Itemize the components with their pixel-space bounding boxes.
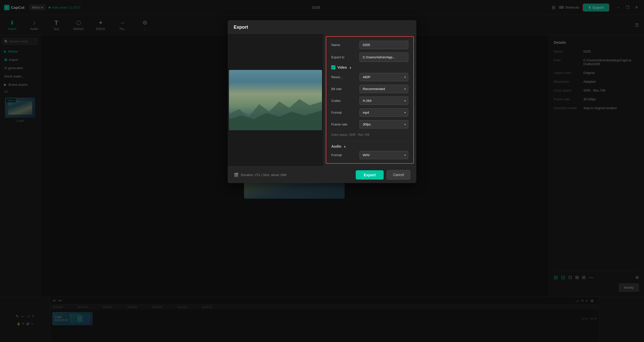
- framerate-select-wrapper: 24fps 25fps 30fps 50fps 60fps ▾: [359, 120, 408, 129]
- name-label: Name: [331, 43, 356, 47]
- format-select[interactable]: mp4 mov avi: [359, 108, 408, 117]
- video-checkbox[interactable]: [331, 65, 335, 69]
- audio-format-select[interactable]: WAV MP3: [359, 151, 408, 159]
- format-label: Format: [331, 111, 356, 114]
- duration-info: 🎬 Duration: 27s | Size: about 16M: [234, 173, 353, 177]
- video-section-label: Video: [337, 65, 347, 69]
- export-action-button[interactable]: Export: [356, 170, 384, 180]
- landscape-svg: [229, 94, 322, 130]
- bitrate-label: Bit rate: [331, 87, 356, 91]
- name-input[interactable]: [359, 41, 408, 49]
- setting-row-framerate: Frame rate 24fps 25fps 30fps 50fps 60fps…: [331, 120, 408, 129]
- cancel-action-button[interactable]: Cancel: [387, 170, 410, 180]
- modal-body: Name Export to 📁 Video: [228, 34, 416, 166]
- audio-section: Audio ▲ Format WAV MP3 ▾: [331, 141, 408, 159]
- framerate-label: Frame rate: [331, 122, 356, 126]
- codec-label: Codec: [331, 99, 356, 103]
- export-to-label: Export to: [331, 55, 356, 59]
- setting-row-resolution: Resol... 480P 720P 1080P 2K 4K ▾: [331, 73, 408, 81]
- modal-settings: Name Export to 📁 Video: [326, 36, 414, 164]
- format-select-wrapper: mp4 mov avi ▾: [359, 108, 408, 117]
- bitrate-select-wrapper: Recommended Custom ▾: [359, 85, 408, 93]
- film-icon: 🎬: [234, 173, 239, 177]
- setting-row-name: Name: [331, 41, 408, 49]
- modal-title: Export: [228, 20, 416, 34]
- resolution-select[interactable]: 480P 720P 1080P 2K 4K: [359, 73, 408, 81]
- codec-select-wrapper: H.264 H.265 ProRes ▾: [359, 97, 408, 105]
- preview-image: [229, 70, 322, 130]
- export-modal: Export Name: [228, 20, 416, 183]
- resolution-label: Resol...: [331, 75, 356, 79]
- setting-row-bitrate: Bit rate Recommended Custom ▾: [331, 85, 408, 93]
- bitrate-select[interactable]: Recommended Custom: [359, 85, 408, 93]
- export-to-field: 📁: [359, 53, 408, 62]
- video-chevron-icon: ▲: [349, 66, 352, 69]
- duration-text: Duration: 27s | Size: about 16M: [241, 173, 287, 177]
- resolution-select-wrapper: 480P 720P 1080P 2K 4K ▾: [359, 73, 408, 81]
- folder-icon[interactable]: 📁: [408, 53, 408, 62]
- framerate-select[interactable]: 24fps 25fps 30fps 50fps 60fps: [359, 120, 408, 129]
- audio-section-label: Audio: [331, 144, 341, 148]
- codec-select[interactable]: H.264 H.265 ProRes: [359, 97, 408, 105]
- audio-section-header: Audio ▲: [331, 144, 408, 148]
- audio-format-select-wrapper: WAV MP3 ▾: [359, 151, 408, 159]
- export-to-input[interactable]: [360, 53, 408, 61]
- modal-overlay: Export Name: [0, 0, 644, 342]
- color-space-info: Color space: SDR - Rec.709: [331, 132, 408, 138]
- modal-footer: 🎬 Duration: 27s | Size: about 16M Export…: [228, 166, 416, 183]
- setting-row-export-to: Export to 📁: [331, 53, 408, 62]
- settings-inner: Name Export to 📁 Video: [326, 37, 413, 163]
- video-section-header: Video ▲: [331, 65, 408, 69]
- setting-row-codec: Codec H.264 H.265 ProRes ▾: [331, 97, 408, 105]
- setting-row-audio-format: Format WAV MP3 ▾: [331, 151, 408, 159]
- setting-row-format: Format mp4 mov avi ▾: [331, 108, 408, 117]
- audio-format-label: Format: [331, 153, 356, 157]
- audio-chevron-icon: ▲: [343, 145, 346, 148]
- modal-preview: [228, 34, 323, 166]
